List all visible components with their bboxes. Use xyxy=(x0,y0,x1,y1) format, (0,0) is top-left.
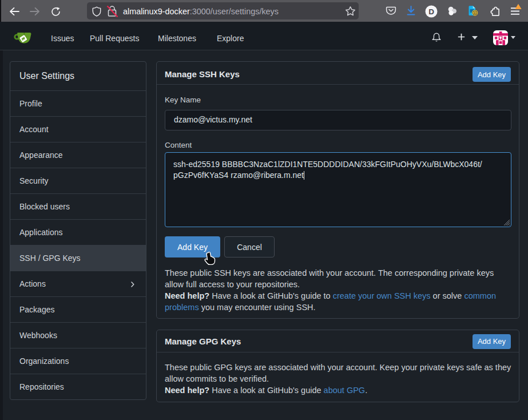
svg-text:D: D xyxy=(428,7,434,15)
